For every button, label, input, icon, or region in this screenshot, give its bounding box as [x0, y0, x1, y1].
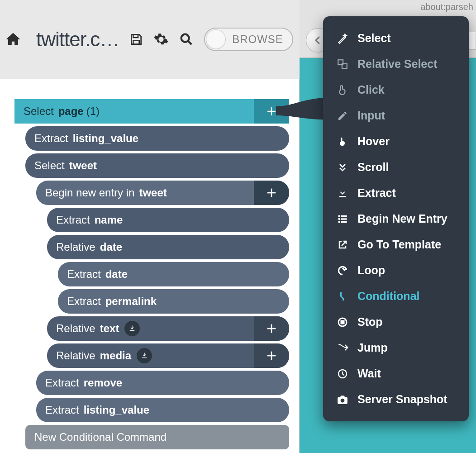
menu-label: Extract	[357, 186, 396, 200]
menu-label: Relative Select	[357, 57, 438, 71]
extract-permalink-row[interactable]: Extract permalink	[58, 289, 289, 314]
stop-icon	[336, 317, 349, 328]
cmd-arg: listing_value	[84, 404, 149, 416]
mode-toggle[interactable]: BROWSE	[204, 28, 293, 51]
conditional-icon	[336, 291, 349, 302]
command-sidebar: Select page (1) Extract listing_value Se…	[0, 79, 300, 453]
cmd-label: Relative	[56, 322, 95, 335]
add-child-button[interactable]	[254, 343, 289, 368]
svg-rect-10	[341, 321, 344, 324]
home-icon[interactable]	[5, 31, 22, 48]
command-tree: Select page (1) Extract listing_value Se…	[0, 99, 299, 449]
list-icon	[336, 213, 349, 225]
menu-item-begin-new-entry[interactable]: Begin New Entry	[323, 206, 469, 232]
menu-label: Select	[357, 32, 391, 45]
cmd-arg: permalink	[105, 295, 157, 308]
cmd-label: Extract	[34, 132, 68, 145]
project-title: twitter.c…	[36, 28, 119, 51]
relative-date-row[interactable]: Relative date	[47, 235, 289, 259]
extract-listing-value-row[interactable]: Extract listing_value	[25, 126, 289, 151]
extract-date-row[interactable]: Extract date	[58, 262, 289, 286]
menu-item-select[interactable]: Select	[323, 25, 469, 51]
toggle-label: BROWSE	[226, 33, 291, 46]
relative-media-row[interactable]: Relative media	[47, 343, 289, 368]
cmd-label: Extract	[45, 377, 79, 389]
menu-label: Stop	[357, 315, 383, 329]
extract-name-row[interactable]: Extract name	[47, 208, 289, 232]
camera-icon	[336, 394, 349, 405]
menu-label: Input	[357, 109, 385, 122]
cmd-arg: listing_value	[73, 132, 138, 145]
wand-icon	[336, 33, 349, 44]
menu-label: Loop	[357, 264, 385, 277]
loop-icon	[336, 265, 349, 277]
command-context-menu: Select Relative Select Click Input Hover…	[323, 16, 469, 421]
svg-rect-8	[341, 221, 347, 222]
cmd-label: Begin new entry in	[45, 186, 134, 199]
hand-icon	[336, 136, 349, 148]
menu-item-relative-select[interactable]: Relative Select	[323, 51, 469, 77]
download-icon[interactable]	[124, 321, 140, 336]
cmd-label: Relative	[56, 241, 95, 253]
menu-label: Begin New Entry	[357, 212, 447, 225]
menu-item-stop[interactable]: Stop	[323, 309, 469, 335]
menu-item-conditional[interactable]: Conditional	[323, 283, 469, 309]
cmd-arg: remove	[84, 377, 122, 389]
chevrons-down-icon	[336, 162, 349, 173]
cmd-arg: date	[105, 268, 128, 281]
select-tweet-row[interactable]: Select tweet	[25, 153, 289, 178]
input-placeholder: New Conditional Command	[34, 431, 167, 443]
menu-item-server-snapshot[interactable]: Server Snapshot	[323, 386, 469, 412]
menu-label: Conditional	[357, 290, 419, 303]
menu-item-jump[interactable]: Jump	[323, 335, 469, 361]
cmd-arg: name	[95, 214, 123, 226]
menu-item-wait[interactable]: Wait	[323, 361, 469, 386]
menu-item-hover[interactable]: Hover	[323, 129, 469, 154]
cmd-count: (1)	[86, 105, 100, 118]
menu-item-go-to-template[interactable]: Go To Template	[323, 232, 469, 257]
search-icon[interactable]	[179, 32, 194, 47]
svg-point-0	[181, 34, 189, 42]
new-conditional-input[interactable]: New Conditional Command	[25, 425, 289, 449]
pointer-icon	[336, 84, 349, 96]
gear-icon[interactable]	[153, 32, 169, 47]
menu-label: Click	[357, 83, 385, 96]
svg-point-5	[338, 218, 340, 219]
cmd-arg: text	[100, 322, 119, 335]
add-child-button[interactable]	[254, 316, 289, 341]
cmd-label: Extract	[45, 404, 79, 416]
cmd-arg: tweet	[69, 159, 97, 172]
cmd-label: Select	[34, 159, 65, 172]
download-icon[interactable]	[137, 348, 152, 363]
begin-entry-row[interactable]: Begin new entry in tweet	[36, 181, 289, 205]
cmd-label: Extract	[67, 268, 101, 281]
download-icon	[336, 188, 349, 199]
menu-label: Go To Template	[357, 238, 441, 251]
add-child-button[interactable]	[254, 181, 289, 205]
relative-text-row[interactable]: Relative text	[47, 316, 289, 341]
menu-label: Server Snapshot	[357, 393, 447, 406]
menu-item-click[interactable]: Click	[323, 77, 469, 103]
save-icon[interactable]	[129, 32, 143, 47]
menu-label: Wait	[357, 367, 381, 380]
jump-icon	[336, 342, 349, 354]
select-page-row[interactable]: Select page (1)	[14, 99, 289, 124]
pencil-icon	[336, 110, 349, 121]
menu-item-extract[interactable]: Extract	[323, 180, 469, 206]
menu-item-input[interactable]: Input	[323, 103, 469, 129]
add-child-button[interactable]	[254, 99, 289, 124]
menu-item-loop[interactable]: Loop	[323, 257, 469, 283]
menu-item-scroll[interactable]: Scroll	[323, 154, 469, 180]
svg-rect-4	[341, 215, 347, 216]
cmd-arg: date	[100, 241, 122, 253]
external-link-icon	[336, 239, 349, 250]
extract-remove-row[interactable]: Extract remove	[36, 371, 289, 395]
menu-label: Hover	[357, 135, 390, 148]
relative-select-icon	[336, 58, 349, 70]
clock-icon	[336, 368, 349, 379]
svg-point-7	[338, 221, 340, 223]
menu-label: Jump	[357, 341, 388, 354]
extract-listing-value-2-row[interactable]: Extract listing_value	[36, 398, 289, 422]
cmd-arg: page	[58, 105, 84, 118]
address-bar-text: about:parseh	[420, 2, 473, 12]
